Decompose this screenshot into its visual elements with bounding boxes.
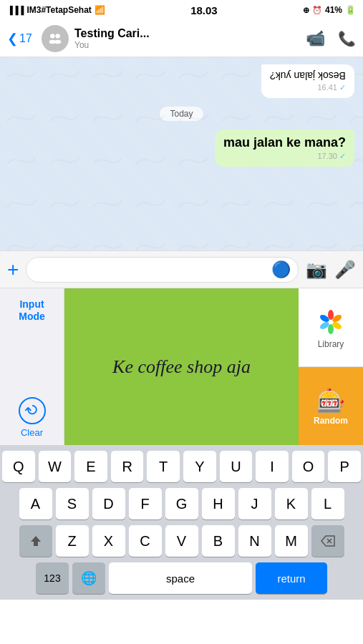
key-s[interactable]: S xyxy=(56,488,89,519)
random-icon: 🎰 xyxy=(316,387,345,414)
space-key[interactable]: space xyxy=(109,562,252,594)
key-t[interactable]: T xyxy=(147,451,180,482)
key-p[interactable]: P xyxy=(328,451,361,482)
day-label: Today xyxy=(160,107,203,121)
message-input-wrap: 🔵 xyxy=(26,257,299,283)
key-d[interactable]: D xyxy=(92,488,125,519)
key-h[interactable]: H xyxy=(202,488,235,519)
chat-area: Besok jalan yuk? 16.41 ✓ Today mau jalan… xyxy=(0,57,363,250)
sticker-preview: Ke coffee shop aja xyxy=(64,288,299,445)
chat-subtitle: You xyxy=(74,40,306,50)
clear-button[interactable]: ↻ Clear xyxy=(19,397,46,438)
key-x[interactable]: X xyxy=(92,525,125,557)
chat-title: Testing Cari... xyxy=(74,27,306,40)
key-n[interactable]: N xyxy=(238,525,271,557)
keyboard-row-2: A S D F G H J K L xyxy=(2,488,361,519)
sticker-sidebar: Input Mode ↻ Clear xyxy=(0,288,64,445)
chat-header: ❮ 17 Testing Cari... You 📹 📞 xyxy=(0,20,363,57)
received-bubble: Besok jalan yuk? 16.41 ✓ xyxy=(261,64,354,98)
key-q[interactable]: Q xyxy=(2,451,35,482)
received-message-row: Besok jalan yuk? 16.41 ✓ xyxy=(9,64,354,98)
back-chevron-icon: ❮ xyxy=(7,31,18,47)
svg-point-3 xyxy=(54,39,61,44)
random-button[interactable]: 🎰 Random xyxy=(299,367,363,445)
header-info: Testing Cari... You xyxy=(74,27,306,50)
key-w[interactable]: W xyxy=(39,451,72,482)
key-m[interactable]: M xyxy=(275,525,308,557)
camera-button[interactable]: 📷 xyxy=(306,260,327,280)
shift-icon xyxy=(29,535,42,547)
num-sym-key[interactable]: 123 xyxy=(36,562,69,594)
sticker-panel: Input Mode ↻ Clear Ke coffee shop aja xyxy=(0,288,363,445)
plus-icon: + xyxy=(7,260,19,280)
status-bar: ▐▐▐ IM3#TetapSehat 📶 18.03 ⊕ ⏰ 41% 🔋 xyxy=(0,0,363,20)
voice-call-button[interactable]: 📞 xyxy=(338,30,356,47)
clear-label: Clear xyxy=(21,427,43,438)
status-time: 18.03 xyxy=(190,4,218,16)
svg-marker-11 xyxy=(31,536,41,546)
input-mode-label: Input Mode xyxy=(19,298,45,323)
avatar xyxy=(42,25,69,52)
video-call-button[interactable]: 📹 xyxy=(306,29,325,48)
key-b[interactable]: B xyxy=(202,525,235,557)
key-z[interactable]: Z xyxy=(56,525,89,557)
random-label: Random xyxy=(314,416,348,426)
key-e[interactable]: E xyxy=(74,451,107,482)
sent-text: mau jalan ke mana? xyxy=(223,135,346,150)
message-input[interactable] xyxy=(34,263,271,275)
shift-key[interactable] xyxy=(19,525,52,557)
key-j[interactable]: J xyxy=(238,488,271,519)
key-i[interactable]: I xyxy=(256,451,289,482)
clear-icon: ↻ xyxy=(19,397,46,424)
sent-time: 17.30 xyxy=(317,152,337,160)
key-g[interactable]: G xyxy=(165,488,198,519)
mic-icon: 🎤 xyxy=(334,260,356,280)
keyboard-bottom-row: 123 🌐 space return xyxy=(2,562,361,594)
group-icon xyxy=(47,31,63,47)
svg-point-2 xyxy=(55,34,59,38)
return-key[interactable]: return xyxy=(256,562,327,594)
back-button[interactable]: ❮ 17 xyxy=(7,31,36,47)
key-c[interactable]: C xyxy=(129,525,162,557)
back-count[interactable]: 17 xyxy=(19,32,32,45)
header-actions: 📹 📞 xyxy=(306,29,356,48)
key-v[interactable]: V xyxy=(165,525,198,557)
sent-tick: ✓ xyxy=(339,152,346,160)
wifi-icon: 📶 xyxy=(95,5,105,15)
received-text: Besok jalan yuk? xyxy=(270,70,346,82)
svg-point-5 xyxy=(328,310,334,320)
status-left: ▐▐▐ IM3#TetapSehat 📶 xyxy=(7,5,105,15)
library-icon xyxy=(315,306,347,338)
backspace-key[interactable] xyxy=(311,525,344,557)
svg-point-0 xyxy=(50,34,54,38)
sticker-text: Ke coffee shop aja xyxy=(112,356,251,378)
message-toolbar: + 🔵 📷 🎤 xyxy=(0,250,363,288)
key-a[interactable]: A xyxy=(19,488,52,519)
photos-icon xyxy=(316,308,345,336)
keyboard-row-3: Z X C V B N M xyxy=(2,525,361,557)
num-sym-label: 123 xyxy=(44,572,60,584)
battery-text: 41% xyxy=(325,5,342,15)
received-time: 16.41 xyxy=(317,83,337,92)
key-o[interactable]: O xyxy=(292,451,325,482)
day-separator: Today xyxy=(9,107,354,121)
library-label: Library xyxy=(318,339,344,349)
camera-icon: 📷 xyxy=(306,260,327,280)
keyboard-row-1: Q W E R T Y U I O P xyxy=(2,451,361,482)
key-r[interactable]: R xyxy=(111,451,144,482)
key-u[interactable]: U xyxy=(220,451,253,482)
sent-message-row: mau jalan ke mana? 17.30 ✓ xyxy=(9,130,354,167)
key-y[interactable]: Y xyxy=(183,451,216,482)
key-l[interactable]: L xyxy=(311,488,344,519)
key-f[interactable]: F xyxy=(129,488,162,519)
sticker-right-col: Library 🎰 Random xyxy=(299,288,363,445)
library-button[interactable]: Library xyxy=(299,288,363,367)
globe-key[interactable]: 🌐 xyxy=(72,562,105,594)
plus-button[interactable]: + xyxy=(7,260,19,280)
key-k[interactable]: K xyxy=(275,488,308,519)
mic-button[interactable]: 🎤 xyxy=(334,260,356,280)
emoji-sticker-button[interactable]: 🔵 xyxy=(271,260,291,279)
globe-icon: 🌐 xyxy=(81,570,97,586)
signal-icon: ▐▐▐ xyxy=(7,6,24,14)
keyboard: Q W E R T Y U I O P A S D F G H J K L Z … xyxy=(0,445,363,600)
